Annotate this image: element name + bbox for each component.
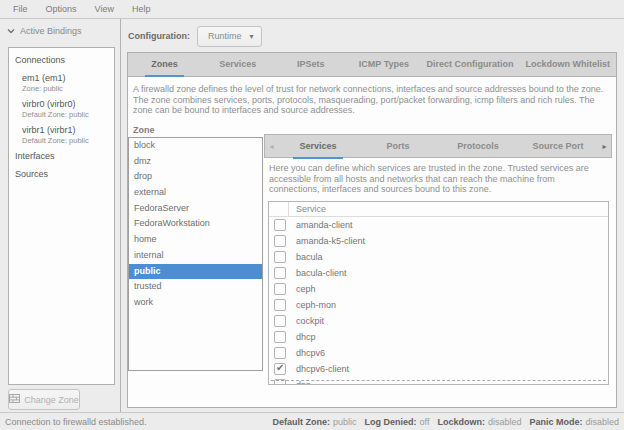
active-bindings-label: Active Bindings <box>20 26 82 36</box>
main-notebook: Zones Services IPSets ICMP Types <box>127 52 617 408</box>
binding-row[interactable]: virbr0 (virbr0) Default Zone: public <box>9 97 114 121</box>
service-name: bacula <box>286 252 323 262</box>
zone-row[interactable]: internal <box>129 248 262 264</box>
zone-row[interactable]: FedoraWorkstation <box>129 216 262 232</box>
binding-row[interactable]: Sources <box>9 167 114 182</box>
menu-item[interactable]: Options <box>37 2 86 16</box>
main-tab[interactable]: ICMP Types <box>347 53 420 76</box>
service-name: amanda-client <box>286 220 353 230</box>
binding-row[interactable]: Connections <box>9 53 114 68</box>
change-zone-button[interactable]: Change Zone <box>8 389 80 410</box>
zone-row[interactable]: trusted <box>129 279 262 295</box>
binding-label: Sources <box>15 169 110 180</box>
zone-row[interactable]: work <box>129 295 262 311</box>
status-label: Lockdown: <box>437 417 485 427</box>
zone-list[interactable]: block dmz drop external FedoraServer Fed… <box>128 137 263 371</box>
zone-row[interactable]: FedoraServer <box>129 201 262 217</box>
bindings-list[interactable]: Connections em1 (em1) Zone: public virbr… <box>8 47 115 385</box>
service-row[interactable]: ceph-mon <box>269 297 608 313</box>
service-name: ceph <box>286 284 316 294</box>
status-label: Panic Mode: <box>529 417 582 427</box>
service-checkbox[interactable] <box>274 251 286 263</box>
binding-zone-label: Default Zone: public <box>22 110 110 119</box>
service-checkbox[interactable] <box>274 347 286 359</box>
service-row[interactable]: dhcpv6 <box>269 345 608 361</box>
status-value: public <box>333 417 357 427</box>
service-row[interactable]: bacula <box>269 249 608 265</box>
service-name: dhcpv6-client <box>286 364 349 374</box>
scroll-right-icon[interactable]: ▸ <box>598 135 611 157</box>
zone-subtab[interactable]: Source Port <box>518 135 598 157</box>
binding-zone-label: Default Zone: public <box>22 136 110 145</box>
status-pair: Lockdown: disabled <box>437 417 521 427</box>
service-row[interactable]: dhcpv6-client <box>269 361 608 377</box>
binding-label: virbr1 (virbr1) <box>22 125 110 136</box>
service-table-header: Service <box>269 202 608 217</box>
connection-status: Connection to firewalld established. <box>5 417 147 427</box>
service-row[interactable]: amanda-k5-client <box>269 233 608 249</box>
service-row[interactable]: amanda-client <box>269 217 608 233</box>
service-checkbox[interactable] <box>274 331 286 343</box>
service-checkbox[interactable] <box>274 299 286 311</box>
main-tab-label: Lockdown Whitelist <box>520 54 617 77</box>
active-bindings-expander[interactable]: Active Bindings <box>0 19 120 36</box>
main-tab-label: Services <box>213 54 262 77</box>
service-name: amanda-k5-client <box>286 236 365 246</box>
service-checkbox[interactable] <box>274 363 286 375</box>
service-checkbox[interactable] <box>274 315 286 327</box>
configuration-value: Runtime <box>208 31 242 41</box>
service-row[interactable]: bacula-client <box>269 265 608 281</box>
service-row[interactable]: cockpit <box>269 313 608 329</box>
zone-row[interactable]: home <box>129 232 262 248</box>
status-value: off <box>420 417 430 427</box>
main-tab[interactable]: IPSets <box>274 53 347 76</box>
binding-row[interactable]: Interfaces <box>9 149 114 164</box>
zone-row[interactable]: drop <box>129 169 262 185</box>
firewall-state-summary: Default Zone: public Log Denied: off Loc… <box>273 417 619 427</box>
zone-row[interactable]: block <box>129 138 262 154</box>
binding-row[interactable]: virbr1 (virbr1) Default Zone: public <box>9 123 114 147</box>
statusbar: Connection to firewalld established. Def… <box>0 412 624 430</box>
zone-subtab[interactable]: Ports <box>358 135 438 157</box>
main-tab-label: IPSets <box>291 54 331 77</box>
menu-item[interactable]: File <box>4 2 37 16</box>
zone-subtab-label: Source Port <box>526 136 589 159</box>
service-name: ceph-mon <box>286 300 336 310</box>
service-checkbox[interactable] <box>274 283 286 295</box>
service-row[interactable]: dhcp <box>269 329 608 345</box>
service-table[interactable]: Service amanda-client <box>268 201 609 385</box>
service-checkbox[interactable] <box>274 267 286 279</box>
zone-subtab[interactable]: Services <box>278 135 358 157</box>
menu-item[interactable]: Help <box>123 2 160 16</box>
configuration-dropdown[interactable]: Runtime ▾ <box>197 26 262 47</box>
firewall-config-window: FileOptionsViewHelp Active Bindings Conn… <box>0 0 624 430</box>
zone-row[interactable]: public <box>129 264 262 280</box>
service-row[interactable]: dns <box>269 377 608 385</box>
main-tab[interactable]: Zones <box>128 53 201 76</box>
service-rows: amanda-client amanda-k5-client <box>269 217 608 385</box>
zone-description: A firewalld zone defines the level of tr… <box>133 84 604 116</box>
zone-subtab[interactable]: Protocols <box>438 135 518 157</box>
main-tab-label: ICMP Types <box>353 54 415 77</box>
configuration-row: Configuration: Runtime ▾ <box>122 19 624 48</box>
main-tab-label: Direct Configuration <box>421 54 520 77</box>
service-name: dhcpv6 <box>286 348 325 358</box>
zone-list-label: Zone <box>133 125 155 135</box>
status-pair: Panic Mode: disabled <box>529 417 619 427</box>
dropdown-arrow-icon: ▾ <box>250 32 254 41</box>
main-tab[interactable]: Direct Configuration <box>421 53 520 76</box>
zone-row[interactable]: dmz <box>129 154 262 170</box>
service-name: bacula-client <box>286 268 347 278</box>
service-row[interactable]: ceph <box>269 281 608 297</box>
service-checkbox[interactable] <box>274 219 286 231</box>
status-pair: Log Denied: off <box>365 417 430 427</box>
main-tab[interactable]: Lockdown Whitelist <box>520 53 617 76</box>
menu-item[interactable]: View <box>86 2 123 16</box>
main-tab[interactable]: Services <box>201 53 274 76</box>
zone-row[interactable]: external <box>129 185 262 201</box>
status-pair: Default Zone: public <box>273 417 357 427</box>
binding-label: em1 (em1) <box>22 73 110 84</box>
binding-row[interactable]: em1 (em1) Zone: public <box>9 71 114 95</box>
service-checkbox[interactable] <box>274 235 286 247</box>
scroll-left-icon[interactable]: ◂ <box>265 135 278 157</box>
